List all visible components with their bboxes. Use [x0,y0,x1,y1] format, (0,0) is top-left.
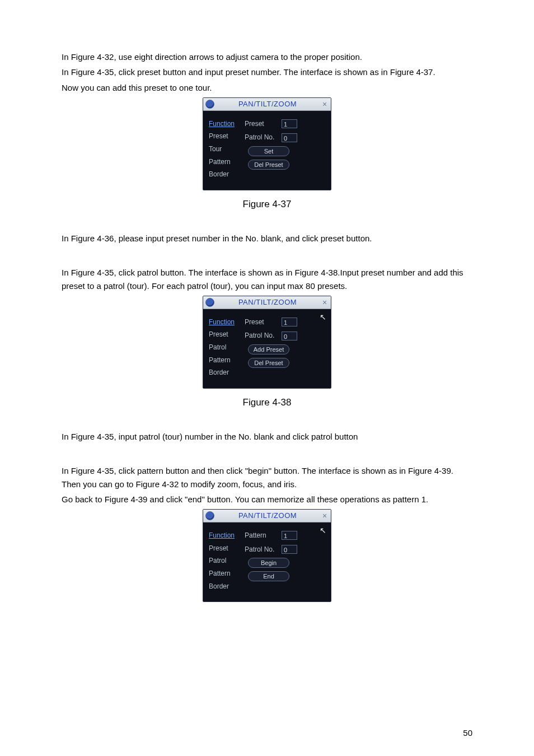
menu-item-function[interactable]: Function [209,530,245,541]
page-number: 50 [463,726,472,739]
ptz-dialog-39: PAN/TILT/ZOOM × ↖ Function Preset Patrol… [203,509,331,602]
end-button[interactable]: End [248,571,289,581]
patrol-no-input[interactable]: 0 [282,133,297,142]
patrol-no-input[interactable]: 0 [282,545,297,554]
dialog-title: PAN/TILT/ZOOM [214,510,321,521]
figure-caption-37: Figure 4-37 [62,197,472,212]
body-text: In Figure 4-35, click preset button and … [62,66,472,78]
patrol-no-input[interactable]: 0 [282,332,297,340]
figure-caption-38: Figure 4-38 [62,395,472,410]
menu-item-preset[interactable]: Preset [209,329,245,340]
menu-item-patrol[interactable]: Patrol [209,342,245,353]
dialog-titlebar: PAN/TILT/ZOOM × [203,296,331,309]
ptz-dialog-38: PAN/TILT/ZOOM × ↖ Function Preset Patrol… [203,296,331,389]
body-text: Go back to Figure 4-39 and click "end" b… [62,493,472,506]
preset-input[interactable]: 1 [282,119,297,128]
patrol-no-label: Patrol No. [245,132,278,143]
close-icon[interactable]: × [321,512,329,520]
body-text: Now you can add this preset to one tour. [62,81,472,94]
body-text: In Figure 4-35, input patrol (tour) numb… [62,430,472,443]
begin-button[interactable]: Begin [248,558,289,568]
menu-item-pattern[interactable]: Pattern [209,568,245,579]
menu-item-preset[interactable]: Preset [209,131,245,142]
menu-item-pattern[interactable]: Pattern [209,157,245,167]
dialog-title: PAN/TILT/ZOOM [214,297,321,308]
pattern-input[interactable]: 1 [282,531,297,540]
menu-item-function[interactable]: Function [209,317,245,328]
close-icon[interactable]: × [321,100,329,108]
menu-item-border[interactable]: Border [209,581,245,592]
set-button[interactable]: Set [248,146,289,156]
preset-input[interactable]: 1 [282,318,297,326]
body-text: In Figure 4-35, click pattern button and… [62,464,472,491]
patrol-no-label: Patrol No. [245,330,278,341]
del-preset-button[interactable]: Del Preset [248,358,289,368]
menu-item-patrol[interactable]: Patrol [209,556,245,566]
add-preset-button[interactable]: Add Preset [248,344,289,354]
preset-label: Preset [245,119,278,129]
app-icon [205,100,214,109]
pattern-label: Pattern [245,530,278,541]
del-preset-button[interactable]: Del Preset [248,160,289,170]
body-text: In Figure 4-36, please input preset numb… [62,232,472,245]
menu-item-border[interactable]: Border [209,367,245,378]
menu-item-border[interactable]: Border [209,169,245,180]
body-text: In Figure 4-32, use eight direction arro… [62,50,472,63]
menu-item-tour[interactable]: Tour [209,144,245,155]
body-text: In Figure 4-35, click patrol button. The… [62,266,472,292]
function-menu: Function Preset Patrol Pattern Border [209,530,245,591]
app-icon [205,298,214,307]
preset-label: Preset [245,317,278,328]
dialog-title: PAN/TILT/ZOOM [214,99,321,110]
menu-item-pattern[interactable]: Pattern [209,355,245,366]
menu-item-preset[interactable]: Preset [209,543,245,554]
function-menu: Function Preset Tour Pattern Border [209,119,245,180]
app-icon [205,511,214,520]
dialog-titlebar: PAN/TILT/ZOOM × [203,98,331,111]
function-menu: Function Preset Patrol Pattern Border [209,317,245,378]
patrol-no-label: Patrol No. [245,544,278,555]
dialog-titlebar: PAN/TILT/ZOOM × [203,510,331,522]
close-icon[interactable]: × [321,298,329,306]
menu-item-function[interactable]: Function [209,119,245,129]
ptz-dialog-37: PAN/TILT/ZOOM × Function Preset Tour Pat… [203,97,331,190]
